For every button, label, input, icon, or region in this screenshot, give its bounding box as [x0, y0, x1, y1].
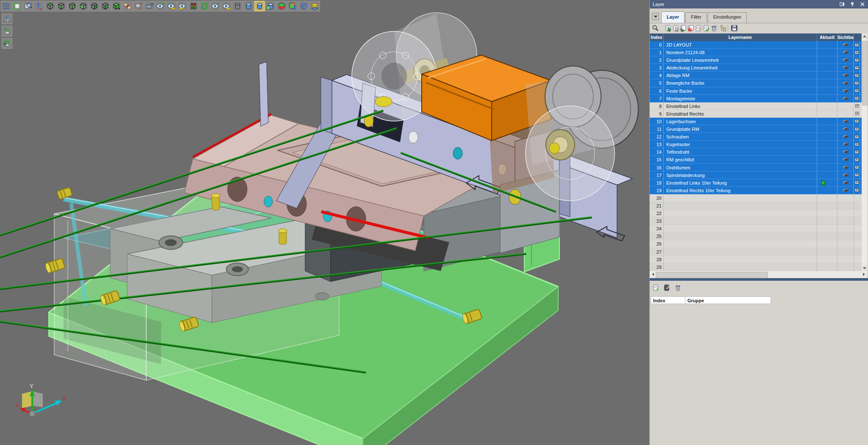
layer-row-12[interactable]: 12Schrauben: [650, 133, 862, 141]
column-header-Sichtbar[interactable]: Sichtbar: [837, 33, 854, 41]
tab-dropdown-button[interactable]: [652, 13, 659, 20]
layer-current-cell[interactable]: [817, 171, 837, 179]
layer-pick-button[interactable]: [672, 24, 680, 32]
layer-tree-button[interactable]: [719, 24, 727, 32]
clean-button[interactable]: [133, 1, 144, 11]
layer-lock-cell[interactable]: [854, 240, 860, 247]
layer-lock-cell[interactable]: [854, 194, 860, 202]
horizontal-scroll-thumb[interactable]: [656, 272, 768, 278]
layer-lock-cell[interactable]: [854, 202, 860, 209]
group-add-button[interactable]: [652, 284, 660, 292]
layer-row-7[interactable]: 7Montageleiste: [650, 95, 862, 102]
layer-visible-cell[interactable]: [837, 171, 854, 179]
layer-visible-cell[interactable]: [837, 225, 854, 232]
layer-delete-button[interactable]: [710, 24, 718, 32]
view-right-button[interactable]: [67, 1, 78, 11]
view-bottom-button[interactable]: [100, 1, 111, 11]
layer-current-cell[interactable]: [817, 79, 837, 86]
layer-row-3[interactable]: 3Abdeckung Lineareinheit: [650, 64, 862, 72]
menu-button[interactable]: [1, 1, 11, 11]
part-copy-button[interactable]: [265, 1, 276, 11]
layer-current-cell[interactable]: [817, 102, 837, 110]
layer-lock-cell[interactable]: [854, 95, 860, 102]
layer-current-cell[interactable]: [817, 110, 837, 117]
layer-lock-cell[interactable]: [854, 72, 860, 79]
layer-current-cell[interactable]: [817, 263, 837, 271]
layer-lock-cell[interactable]: [854, 118, 860, 125]
show-only-button[interactable]: [177, 1, 188, 11]
layer-select-button[interactable]: [664, 24, 672, 32]
layer-row-1[interactable]: 1Norelem 21124-08: [650, 49, 862, 56]
view-front-button[interactable]: [56, 1, 67, 11]
part-shaded-button[interactable]: [243, 1, 254, 11]
layer-visible-cell[interactable]: [837, 125, 854, 133]
hide-other-button[interactable]: [221, 1, 232, 11]
layer-row-5[interactable]: 5Bewegliche Backe: [650, 79, 862, 87]
layer-lock-cell[interactable]: [854, 256, 860, 263]
workplane-rotate-button[interactable]: [2, 38, 12, 49]
view-top-button[interactable]: [45, 1, 56, 11]
visibility-state-button[interactable]: [188, 1, 199, 11]
layer-current-cell[interactable]: [817, 156, 837, 163]
layer-row-16[interactable]: 16Drahtlumen: [650, 164, 862, 171]
layer-visible-cell[interactable]: [837, 118, 854, 125]
layer-move-button[interactable]: [679, 24, 687, 32]
layer-row-23[interactable]: 23: [650, 217, 862, 225]
layer-row-22[interactable]: 22: [650, 210, 862, 217]
layer-row-19[interactable]: 19Einstellrad Rechts 10er Teilung: [650, 187, 862, 194]
layer-current-cell[interactable]: [817, 133, 837, 140]
layer-row-18[interactable]: 18Einstellrad Links 10er Teilung: [650, 179, 862, 187]
layer-current-cell[interactable]: [817, 95, 837, 102]
show-add-button[interactable]: [155, 1, 166, 11]
layer-lock-cell[interactable]: [854, 110, 860, 117]
layer-current-cell[interactable]: [817, 179, 837, 186]
layer-row-11[interactable]: 11Grundplatte RM: [650, 125, 862, 133]
column-header-Aktuell[interactable]: Aktuell: [817, 33, 837, 41]
layer-current-cell[interactable]: [817, 187, 837, 194]
layer-visible-cell[interactable]: [837, 72, 854, 79]
layer-lock-cell[interactable]: [854, 41, 860, 48]
layer-row-24[interactable]: 24: [650, 225, 862, 232]
layer-visible-cell[interactable]: [837, 95, 854, 102]
layer-current-cell[interactable]: [817, 41, 837, 48]
layer-row-29[interactable]: 29: [650, 263, 862, 271]
view-back-button[interactable]: [89, 1, 100, 11]
layer-visible-cell[interactable]: [837, 141, 854, 148]
workplane-move-button[interactable]: [2, 26, 12, 36]
workplane-button[interactable]: [2, 14, 12, 24]
group-delete-button[interactable]: [674, 284, 682, 292]
layer-visible-cell[interactable]: [837, 79, 854, 86]
layer-lock-cell[interactable]: [854, 64, 860, 71]
layer-visible-cell[interactable]: [837, 248, 854, 255]
triad-tool-button[interactable]: [34, 1, 45, 11]
layer-visible-cell[interactable]: [837, 210, 854, 217]
layer-visible-cell[interactable]: [837, 256, 854, 263]
layer-row-9[interactable]: 9Einstallrad Rechts: [650, 110, 862, 118]
zoom-box-button[interactable]: [23, 1, 33, 11]
layer-visible-cell[interactable]: [837, 194, 854, 202]
dock-button[interactable]: [839, 1, 845, 7]
layer-current-cell[interactable]: [817, 49, 837, 56]
show-toggle-button[interactable]: [210, 1, 221, 11]
section-button[interactable]: [287, 1, 298, 11]
scroll-up-button[interactable]: [862, 33, 867, 39]
layer-visible-cell[interactable]: [837, 110, 854, 117]
layer-visible-cell[interactable]: [837, 148, 854, 155]
layer-row-21[interactable]: 21: [650, 202, 862, 210]
view-iso-button[interactable]: [111, 1, 122, 11]
layer-row-28[interactable]: 28: [650, 256, 862, 263]
column-header-Layername[interactable]: Layername: [664, 33, 817, 41]
layer-current-cell[interactable]: [817, 248, 837, 255]
layer-row-8[interactable]: 8Einstellrad Links: [650, 102, 862, 110]
layer-lock-cell[interactable]: [854, 210, 860, 217]
pin-button[interactable]: [849, 1, 855, 7]
part-active-button[interactable]: [254, 1, 265, 11]
scroll-right-button[interactable]: [861, 271, 867, 277]
close-button[interactable]: [859, 1, 865, 7]
layer-row-4[interactable]: 4Ablage RM: [650, 72, 862, 79]
layer-visible-cell[interactable]: [837, 41, 854, 48]
hide-button[interactable]: [166, 1, 177, 11]
layer-lock-cell[interactable]: [854, 49, 860, 56]
fit-view-button[interactable]: [12, 1, 22, 11]
layer-lock-cell[interactable]: [854, 248, 860, 255]
